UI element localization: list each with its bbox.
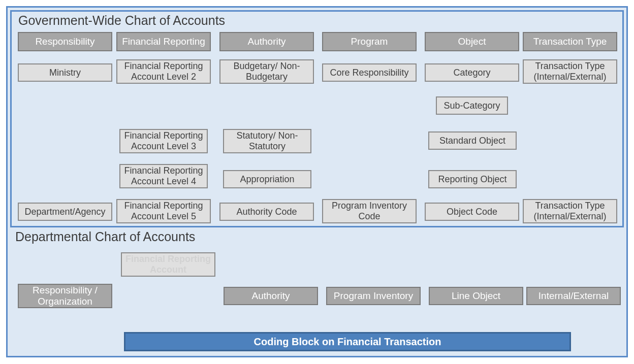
box-budgetary: Budgetary/ Non-Budgetary: [219, 59, 314, 84]
box-sub-category: Sub-Category: [436, 96, 508, 115]
box-reporting-obj: Reporting Object: [428, 170, 517, 188]
box-dep-authority: Authority: [224, 287, 318, 305]
box-fra: Financial Reporting Account: [121, 252, 215, 277]
box-dep-line: Line Object: [429, 287, 523, 305]
header-transaction: Transaction Type: [523, 32, 617, 51]
box-statutory: Statutory/ Non-Statutory: [223, 129, 311, 153]
box-ministry: Ministry: [18, 63, 112, 82]
title-gw: Government-Wide Chart of Accounts: [18, 13, 225, 28]
coding-block: Coding Block on Financial Transaction: [124, 332, 571, 351]
box-dept-agency: Department/Agency: [18, 203, 112, 221]
header-program: Program: [322, 32, 417, 51]
box-dep-program: Program Inventory: [326, 287, 421, 305]
header-responsibility: Responsibility: [18, 32, 112, 51]
box-appropriation: Appropriation: [223, 170, 311, 188]
box-category: Category: [425, 63, 519, 82]
box-standard-obj: Standard Object: [428, 131, 517, 150]
title-dep: Departmental Chart of Accounts: [15, 229, 195, 244]
box-fr-l5: Financial Reporting Account Level 5: [116, 199, 211, 223]
box-dep-ie: Internal/External: [526, 287, 621, 305]
box-dep-resp: Responsibility / Organization: [18, 284, 112, 308]
header-financial: Financial Reporting: [116, 32, 211, 51]
box-prog-inv-code: Program Inventory Code: [322, 199, 417, 223]
box-fr-l2: Financial Reporting Account Level 2: [116, 59, 211, 84]
header-authority: Authority: [219, 32, 314, 51]
box-auth-code: Authority Code: [219, 203, 314, 221]
header-object: Object: [425, 32, 519, 51]
box-object-code: Object Code: [425, 203, 519, 221]
box-core-resp: Core Responsibility: [322, 63, 417, 82]
box-trans-bottom: Transaction Type (Internal/External): [523, 199, 617, 223]
box-fr-l3: Financial Reporting Account Level 3: [119, 129, 208, 153]
box-fr-l4: Financial Reporting Account Level 4: [119, 164, 208, 188]
box-trans-top: Transaction Type (Internal/External): [523, 59, 617, 84]
